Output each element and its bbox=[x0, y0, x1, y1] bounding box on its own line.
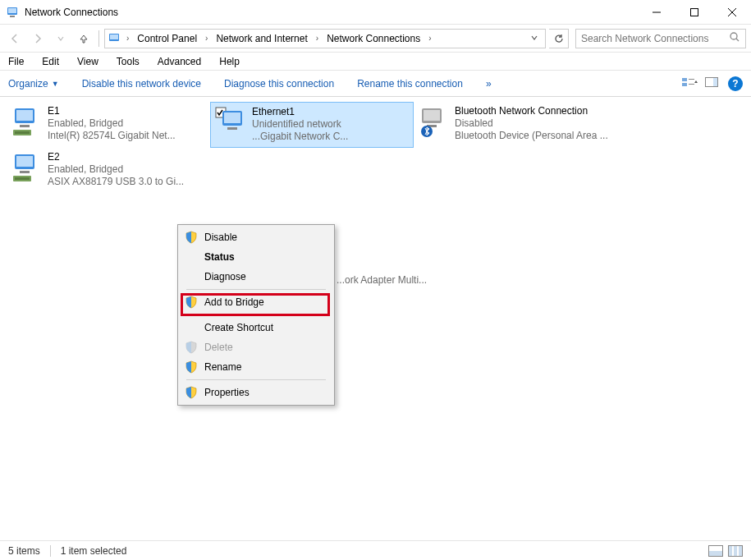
svg-rect-31 bbox=[16, 156, 33, 167]
shield-icon bbox=[185, 231, 198, 244]
separator bbox=[186, 379, 326, 380]
menu-bar: File Edit View Tools Advanced Help bbox=[0, 53, 751, 71]
svg-rect-27 bbox=[424, 110, 440, 121]
svg-rect-2 bbox=[10, 16, 15, 17]
menu-view[interactable]: View bbox=[74, 54, 102, 69]
chevron-right-icon: › bbox=[313, 34, 322, 43]
refresh-button[interactable] bbox=[549, 29, 569, 48]
menu-advanced[interactable]: Advanced bbox=[154, 54, 204, 69]
title-bar: Network Connections bbox=[0, 0, 751, 25]
svg-rect-13 bbox=[689, 79, 694, 80]
ctx-properties[interactable]: Properties bbox=[180, 383, 332, 402]
search-input[interactable]: Search Network Connections bbox=[575, 29, 746, 48]
network-adapter-icon bbox=[10, 105, 43, 138]
search-placeholder: Search Network Connections bbox=[581, 33, 708, 44]
menu-file[interactable]: File bbox=[5, 54, 27, 69]
nav-bar: › Control Panel › Network and Internet ›… bbox=[0, 25, 751, 53]
connection-item[interactable]: Bluetooth Network Connection Disabled Bl… bbox=[414, 102, 617, 148]
connection-device: Bluetooth Device (Personal Area ... bbox=[455, 130, 608, 142]
svg-rect-8 bbox=[110, 34, 118, 39]
chevron-right-icon: › bbox=[123, 34, 132, 43]
connection-status: Enabled, Bridged bbox=[48, 163, 184, 176]
breadcrumb-item[interactable]: Control Panel bbox=[134, 33, 200, 44]
search-icon bbox=[729, 31, 740, 45]
window-title: Network Connections bbox=[25, 7, 638, 18]
connection-name: E1 bbox=[48, 105, 176, 117]
breadcrumb-item[interactable]: Network and Internet bbox=[213, 33, 310, 44]
connection-item-selected[interactable]: Ethernet1 Unidentified network ...Gigabi… bbox=[210, 102, 414, 148]
toolbar: Organize▼ Disable this network device Di… bbox=[0, 71, 751, 97]
maximize-button[interactable] bbox=[675, 0, 713, 25]
chevron-right-icon: › bbox=[425, 34, 434, 43]
breadcrumb-item[interactable]: Network Connections bbox=[323, 33, 424, 44]
svg-rect-32 bbox=[20, 171, 30, 173]
status-bar: 5 items 1 item selected bbox=[0, 540, 751, 560]
ctx-add-to-bridge[interactable]: Add to Bridge bbox=[180, 292, 332, 312]
shield-icon bbox=[185, 360, 198, 374]
address-bar[interactable]: › Control Panel › Network and Internet ›… bbox=[104, 29, 546, 48]
connection-name: E2 bbox=[48, 151, 184, 163]
overflow-button[interactable]: » bbox=[486, 78, 492, 90]
connection-item[interactable]: E2 Enabled, Bridged ASIX AX88179 USB 3.0… bbox=[7, 148, 210, 194]
menu-edit[interactable]: Edit bbox=[39, 54, 62, 69]
svg-rect-14 bbox=[689, 84, 694, 85]
bluetooth-adapter-icon bbox=[417, 105, 450, 138]
preview-pane-icon[interactable] bbox=[705, 77, 718, 90]
connection-device: ASIX AX88179 USB 3.0 to Gi... bbox=[48, 176, 184, 188]
menu-tools[interactable]: Tools bbox=[113, 54, 143, 69]
forward-button[interactable] bbox=[28, 29, 48, 48]
organize-button[interactable]: Organize▼ bbox=[8, 78, 59, 90]
svg-rect-11 bbox=[682, 78, 687, 81]
svg-rect-24 bbox=[224, 112, 240, 123]
network-adapter-icon bbox=[214, 106, 247, 139]
ctx-rename[interactable]: Rename bbox=[180, 357, 332, 377]
shield-icon bbox=[185, 296, 198, 309]
connection-name: Bluetooth Network Connection bbox=[455, 105, 608, 117]
separator bbox=[186, 314, 326, 315]
app-icon bbox=[7, 6, 20, 19]
network-adapter-icon bbox=[10, 151, 43, 184]
up-button[interactable] bbox=[74, 29, 94, 48]
separator bbox=[186, 289, 326, 290]
location-icon bbox=[108, 32, 121, 45]
close-button[interactable] bbox=[713, 0, 751, 25]
back-button[interactable] bbox=[5, 29, 25, 48]
svg-rect-1 bbox=[8, 8, 16, 13]
selection-count: 1 item selected bbox=[61, 545, 127, 557]
help-icon[interactable]: ? bbox=[728, 76, 743, 91]
connection-status: Disabled bbox=[455, 117, 608, 130]
details-view-icon[interactable] bbox=[708, 545, 723, 557]
rename-button[interactable]: Rename this connection bbox=[357, 78, 463, 90]
view-options-icon[interactable] bbox=[682, 77, 695, 90]
content-area: E1 Enabled, Bridged Intel(R) 82574L Giga… bbox=[0, 97, 751, 540]
menu-help[interactable]: Help bbox=[216, 54, 243, 69]
recent-dropdown[interactable] bbox=[51, 29, 71, 48]
context-menu: Disable Status Diagnose Add to Bridge Cr… bbox=[177, 224, 335, 406]
disable-device-button[interactable]: Disable this network device bbox=[82, 78, 201, 90]
ctx-delete: Delete bbox=[180, 337, 332, 357]
ctx-disable[interactable]: Disable bbox=[180, 227, 332, 247]
svg-rect-16 bbox=[713, 78, 717, 86]
svg-rect-25 bbox=[227, 127, 237, 130]
connection-device-fragment: ...ork Adapter Multi... bbox=[337, 274, 427, 286]
connection-status: Enabled, Bridged bbox=[48, 117, 176, 130]
svg-rect-4 bbox=[691, 8, 698, 16]
large-icons-view-icon[interactable] bbox=[728, 545, 743, 557]
ctx-status[interactable]: Status bbox=[180, 247, 332, 267]
address-dropdown[interactable] bbox=[527, 33, 542, 44]
minimize-button[interactable] bbox=[638, 0, 675, 25]
ctx-create-shortcut[interactable]: Create Shortcut bbox=[180, 318, 332, 337]
connection-status: Unidentified network bbox=[252, 118, 348, 131]
ctx-diagnose[interactable]: Diagnose bbox=[180, 267, 332, 287]
shield-icon bbox=[185, 341, 198, 354]
connection-device: ...Gigabit Network C... bbox=[252, 131, 348, 143]
svg-rect-18 bbox=[16, 110, 33, 121]
window-controls bbox=[638, 0, 751, 25]
connection-item[interactable]: E1 Enabled, Bridged Intel(R) 82574L Giga… bbox=[7, 102, 210, 148]
diagnose-button[interactable]: Diagnose this connection bbox=[224, 78, 334, 90]
shield-icon bbox=[185, 386, 198, 399]
svg-rect-21 bbox=[15, 131, 30, 134]
chevron-right-icon: › bbox=[202, 34, 211, 43]
svg-rect-19 bbox=[20, 125, 30, 127]
connection-name: Ethernet1 bbox=[252, 106, 348, 118]
